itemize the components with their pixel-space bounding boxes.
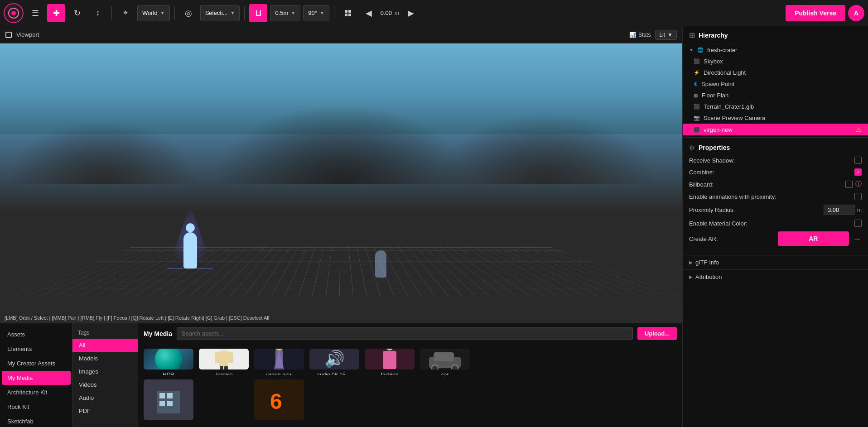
publish-button[interactable]: Publish Verse: [786, 5, 845, 21]
stats-button[interactable]: 📊 Stats: [629, 32, 651, 38]
svg-rect-18: [159, 393, 165, 398]
menu-icon: ☰: [32, 8, 39, 18]
tag-pdf[interactable]: PDF: [72, 404, 138, 417]
angle-dropdown[interactable]: 90° ▼: [303, 5, 329, 21]
world-dropdown[interactable]: World ▼: [137, 5, 170, 21]
tags-panel: Tags All Models Images Videos Audio PDF: [72, 323, 138, 427]
asset-thumb-car: [420, 349, 470, 369]
upload-button[interactable]: Upload...: [637, 327, 677, 340]
sidebar-item-my-media[interactable]: My Media: [2, 371, 71, 385]
receive-shadow-checkbox[interactable]: [854, 157, 862, 164]
hierarchy-item-scene-preview[interactable]: 📷 Scene Preview Camera: [683, 112, 868, 124]
hierarchy-item-spawn-point[interactable]: ⊕ Spawn Point: [683, 78, 868, 90]
sidebar-item-assets[interactable]: Assets: [2, 327, 71, 341]
asset-item-fashion[interactable]: RaFuGi fashion: [365, 349, 415, 375]
asset-label-audio: audio 08-15-...: [317, 372, 352, 375]
snap-dropdown[interactable]: 0.5m ▼: [270, 5, 300, 21]
asset-item-hdr[interactable]: HDR: [144, 349, 193, 375]
u-icon: ⊔: [255, 8, 261, 18]
properties-icon: ⚙: [689, 144, 695, 151]
svg-rect-14: [434, 352, 454, 361]
hierarchy-item-directional-light[interactable]: ⚡ Directional Light: [683, 67, 868, 78]
ar-button[interactable]: AR: [778, 231, 849, 246]
gltf-info-row[interactable]: ▶ gITF Info: [683, 255, 868, 269]
asset-item-dark[interactable]: [199, 379, 249, 422]
selection-dropdown[interactable]: Selecti... ▼: [200, 5, 240, 21]
fashion-figure: RaFuGi: [374, 349, 405, 369]
sidebar-item-elements[interactable]: Elements: [2, 342, 71, 356]
character-figure: [163, 196, 217, 269]
svg-rect-11: [383, 351, 396, 369]
sidebar-item-my-creator-assets[interactable]: My Creator Assets: [2, 356, 71, 370]
hierarchy-item-floor-plan[interactable]: ▦ Floor Plan: [683, 90, 868, 101]
attribution-row[interactable]: ▶ Attribution: [683, 269, 868, 284]
angle-arrow: ▼: [320, 10, 324, 15]
tag-all[interactable]: All: [72, 339, 138, 352]
hierarchy-separator: [683, 137, 868, 138]
prop-row-enable-animations: Enable animations with proximity:: [689, 193, 862, 200]
axis-button[interactable]: ⌖: [116, 4, 135, 22]
asset-item-virgen[interactable]: virgen-new: [254, 349, 304, 375]
svg-rect-19: [167, 393, 173, 398]
proximity-radius-unit: m: [857, 207, 862, 213]
tag-images[interactable]: Images: [72, 365, 138, 378]
viewport-canvas[interactable]: [LMB] Orbit / Select | [MMB] Pan | [RMB]…: [0, 43, 682, 323]
target-icon: ◎: [185, 8, 192, 18]
separator-3: [244, 6, 245, 20]
tag-videos[interactable]: Videos: [72, 378, 138, 391]
refresh-button[interactable]: ↻: [68, 4, 86, 22]
building-figure: [153, 386, 184, 413]
hierarchy-label-spawn-point: Spawn Point: [701, 81, 734, 87]
asset-item-orange[interactable]: 6: [254, 379, 304, 422]
billboard-checkbox[interactable]: [845, 181, 853, 188]
enable-material-checkbox[interactable]: [854, 220, 862, 227]
sidebar-item-sketchfab[interactable]: Sketchfab: [2, 414, 71, 427]
grid-toggle-button[interactable]: [339, 4, 357, 22]
assets-grid: HDR: [138, 344, 682, 379]
sidebar-item-architecture-kit[interactable]: Architecture Kit: [2, 385, 71, 399]
main-content: Viewport 📊 Stats Lit ▼ [LMB] Orbit / Sel: [0, 26, 868, 427]
combine-checkbox[interactable]: [854, 168, 862, 176]
u-button[interactable]: ⊔: [249, 4, 267, 22]
asset-thumb-dark: [199, 379, 249, 420]
add-button[interactable]: ✚: [47, 4, 65, 22]
properties-section: ⚙ Properties Receive Shadow: Combine: Bi…: [683, 139, 868, 255]
svg-point-10: [386, 349, 394, 350]
hierarchy-item-virgen-new[interactable]: ⬛ virgen-new ⚠: [683, 124, 868, 135]
asset-item-audio[interactable]: 🔊 audio 08-15-...: [309, 349, 359, 375]
tag-models[interactable]: Models: [72, 352, 138, 365]
hierarchy-item-terrain[interactable]: ⬛ Terrain_Crater1.glb: [683, 101, 868, 112]
sidebar-item-rock-kit[interactable]: Rock Kit: [2, 400, 71, 414]
virgen-figure: [265, 349, 293, 369]
proximity-radius-input[interactable]: [824, 205, 855, 215]
grid-icon-floor: ▦: [694, 92, 698, 98]
proximity-radius-input-group: m: [824, 205, 862, 215]
lit-dropdown[interactable]: Lit ▼: [655, 30, 677, 40]
svg-text:6: 6: [270, 389, 282, 413]
viewport-area: Viewport 📊 Stats Lit ▼ [LMB] Orbit / Sel: [0, 26, 682, 427]
svg-rect-3: [228, 352, 233, 363]
asset-item-jessica[interactable]: Jessica: [199, 349, 249, 375]
search-input[interactable]: [177, 327, 633, 340]
enable-animations-checkbox[interactable]: [854, 193, 862, 200]
logo-button[interactable]: [4, 3, 24, 23]
prev-value-button[interactable]: ◀: [360, 4, 378, 22]
user-avatar[interactable]: A: [848, 5, 864, 21]
warning-icon: ⚠: [856, 126, 862, 133]
hierarchy-item-fresh-crater[interactable]: ▼ 🌐 fresh-crater: [683, 44, 868, 56]
asset-item-car[interactable]: car: [420, 349, 470, 375]
selection-label: Selecti...: [205, 10, 228, 16]
menu-button[interactable]: ☰: [26, 4, 44, 22]
asset-item-building[interactable]: [144, 379, 193, 422]
tag-audio[interactable]: Audio: [72, 391, 138, 404]
hierarchy-label-skybox: Skybox: [704, 58, 723, 65]
transform-button[interactable]: ↕: [89, 4, 107, 22]
snap-arrow: ▼: [291, 10, 295, 15]
next-value-button[interactable]: ▶: [402, 4, 420, 22]
transform-icon: ↕: [96, 8, 100, 18]
lit-arrow: ▼: [667, 32, 673, 38]
ar-arrow-icon[interactable]: →: [853, 234, 862, 244]
hierarchy-item-skybox[interactable]: ⬛ Skybox: [683, 56, 868, 67]
billboard-info-icon[interactable]: ⓘ: [855, 180, 862, 188]
target-button[interactable]: ◎: [179, 4, 198, 22]
